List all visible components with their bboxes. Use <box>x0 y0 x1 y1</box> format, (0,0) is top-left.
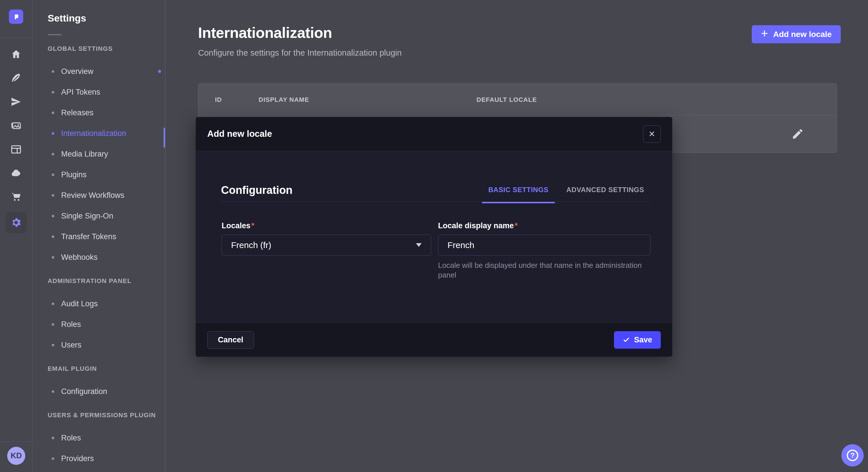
sidebar-item-label: Configuration <box>61 387 107 396</box>
sidebar-item-internationalization[interactable]: Internationalization <box>33 123 165 144</box>
configuration-heading: Configuration <box>221 184 292 196</box>
page-title: Internationalization <box>198 24 332 41</box>
sidebar-item-transfer-tokens[interactable]: Transfer Tokens <box>33 226 165 247</box>
bullet-icon <box>52 390 54 393</box>
add-locale-modal: Add new locale ✕ Configuration BASIC SET… <box>196 117 672 357</box>
bullet-icon <box>52 153 54 156</box>
bullet-icon <box>52 194 54 197</box>
sidebar-item-review-workflows[interactable]: Review Workflows <box>33 185 165 206</box>
bullet-icon <box>52 111 54 114</box>
check-icon <box>623 336 630 343</box>
section-label-users-permissions-plugin: USERS & PERMISSIONS PLUGIN <box>48 411 165 419</box>
modal-footer: Cancel Save <box>196 323 672 357</box>
sidebar-item-audit-logs[interactable]: Audit Logs <box>33 293 165 314</box>
display-name-label-text: Locale display name <box>438 222 514 230</box>
modal-tabs: BASIC SETTINGS ADVANCED SETTINGS <box>482 186 650 203</box>
media-library-icon[interactable] <box>10 120 22 132</box>
pencil-icon <box>792 128 804 140</box>
section-label-global-settings: GLOBAL SETTINGS <box>48 45 165 53</box>
locales-field-label: Locales* <box>222 222 254 230</box>
email-plugin-list: Configuration <box>33 381 165 402</box>
strapi-logo-icon <box>12 12 20 21</box>
sidebar-item-label: Roles <box>61 320 81 329</box>
bullet-icon <box>52 437 54 439</box>
cloud-icon[interactable] <box>10 167 22 179</box>
sidebar-item-label: API Tokens <box>61 88 100 97</box>
sidebar-item-up-roles[interactable]: Roles <box>33 428 165 448</box>
tabs-divider <box>221 201 650 202</box>
add-new-locale-button[interactable]: + Add new locale <box>752 25 841 43</box>
bullet-icon <box>52 303 54 305</box>
bullet-icon <box>52 215 54 217</box>
rail-divider <box>0 442 32 442</box>
sidebar-item-label: Internationalization <box>61 129 126 138</box>
save-label: Save <box>634 336 652 344</box>
marketplace-icon[interactable] <box>10 191 22 203</box>
add-new-locale-label: Add new locale <box>773 30 832 39</box>
settings-icon[interactable] <box>5 212 27 233</box>
modal-header: Add new locale ✕ <box>196 117 672 151</box>
sidebar-item-up-providers[interactable]: Providers <box>33 448 165 469</box>
sidebar-scrollbar-thumb[interactable] <box>164 128 165 148</box>
sidebar-item-admin-users[interactable]: Users <box>33 335 165 355</box>
sidebar-item-api-tokens[interactable]: API Tokens <box>33 82 165 102</box>
sidebar-item-overview[interactable]: Overview <box>33 61 165 82</box>
content-manager-icon[interactable] <box>10 143 22 156</box>
strapi-logo[interactable] <box>9 9 23 24</box>
modal-title: Add new locale <box>207 129 272 139</box>
tab-advanced-settings[interactable]: ADVANCED SETTINGS <box>560 186 650 203</box>
plus-icon: + <box>761 28 768 40</box>
home-icon[interactable] <box>10 48 22 60</box>
section-label-administration-panel: ADMINISTRATION PANEL <box>48 277 165 285</box>
locales-select[interactable]: French (fr) <box>222 235 431 256</box>
sidebar-item-label: Roles <box>61 434 81 442</box>
sidebar-item-label: Overview <box>61 67 94 76</box>
help-button[interactable]: ? <box>841 444 864 467</box>
chevron-down-icon <box>416 243 422 247</box>
releases-icon[interactable] <box>10 96 22 108</box>
sidebar-item-webhooks[interactable]: Webhooks <box>33 247 165 268</box>
sidebar-item-label: Providers <box>61 454 94 463</box>
sidebar-item-label: Single Sign-On <box>61 212 113 221</box>
sidebar-title: Settings <box>48 12 165 24</box>
sidebar-item-plugins[interactable]: Plugins <box>33 164 165 185</box>
sidebar-item-email-configuration[interactable]: Configuration <box>33 381 165 402</box>
required-asterisk: * <box>251 222 255 230</box>
sidebar-item-admin-roles[interactable]: Roles <box>33 314 165 335</box>
bullet-icon <box>52 235 54 238</box>
content-type-builder-icon[interactable] <box>10 72 22 84</box>
column-header-id: ID <box>215 96 222 103</box>
sidebar-item-label: Webhooks <box>61 253 98 262</box>
sidebar-item-label: Transfer Tokens <box>61 232 116 241</box>
sidebar-item-releases[interactable]: Releases <box>33 102 165 123</box>
locale-display-name-input[interactable] <box>438 235 650 256</box>
cancel-button[interactable]: Cancel <box>207 331 254 349</box>
save-button[interactable]: Save <box>614 331 661 349</box>
bullet-icon <box>52 91 54 94</box>
bullet-icon <box>52 70 54 73</box>
tab-basic-settings[interactable]: BASIC SETTINGS <box>482 186 555 203</box>
sidebar-item-media-library[interactable]: Media Library <box>33 144 165 164</box>
column-header-default-locale: DEFAULT LOCALE <box>476 96 537 103</box>
sidebar-item-label: Users <box>61 341 82 349</box>
settings-sidebar: Settings GLOBAL SETTINGS Overview API To… <box>33 0 165 472</box>
sidebar-item-label: Releases <box>61 108 94 117</box>
sidebar-item-label: Audit Logs <box>61 299 98 308</box>
user-avatar[interactable]: KD <box>7 447 25 465</box>
column-header-display-name: DISPLAY NAME <box>259 96 309 103</box>
bullet-icon <box>52 173 54 176</box>
sidebar-item-label: Plugins <box>61 170 87 179</box>
sidebar-item-single-sign-on[interactable]: Single Sign-On <box>33 206 165 226</box>
bullet-icon <box>52 344 54 346</box>
sidebar-item-label: Review Workflows <box>61 191 124 200</box>
edit-locale-button[interactable] <box>790 127 805 141</box>
question-mark-icon: ? <box>847 450 858 461</box>
notification-dot <box>158 70 161 73</box>
required-asterisk: * <box>515 222 518 230</box>
close-icon[interactable]: ✕ <box>643 125 661 143</box>
locales-select-value: French (fr) <box>231 240 271 250</box>
bullet-icon <box>52 323 54 326</box>
nav-rail: KD <box>0 0 32 472</box>
display-name-field-label: Locale display name* <box>438 222 518 230</box>
display-name-hint: Locale will be displayed under that name… <box>438 260 659 280</box>
